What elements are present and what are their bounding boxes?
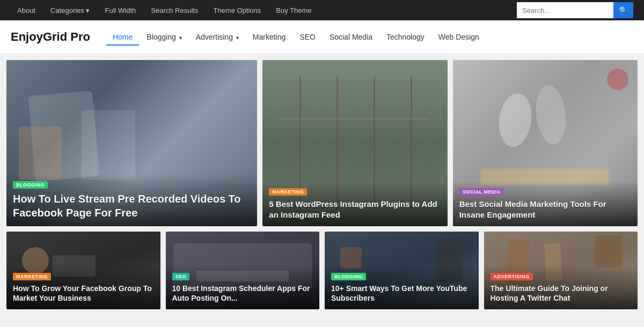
card-title-7: The Ultimate Guide To Joining or Hosting… <box>491 284 632 303</box>
article-card-5[interactable]: SEO 10 Best Instagram Scheduler Apps For… <box>166 232 320 309</box>
card-title-5: 10 Best Instagram Scheduler Apps For Aut… <box>172 284 313 303</box>
top-nav-themeoptions[interactable]: Theme Options <box>207 2 267 19</box>
card-overlay-4: MARKETING How To Grow Your Facebook Grou… <box>6 265 160 309</box>
article-card-7[interactable]: ADVERTISING The Ultimate Guide To Joinin… <box>484 232 638 309</box>
chevron-down-icon: ▾ <box>86 6 90 14</box>
main-navigation: EnjoyGrid Pro Home Blogging ▾ Advertisin… <box>0 20 644 54</box>
nav-marketing[interactable]: Marketing <box>246 28 292 46</box>
card-overlay-2: MARKETING 5 Best WordPress Instagram Plu… <box>262 181 447 226</box>
article-card-1[interactable]: BLOGGING How To Live Stream Pre Recorded… <box>6 60 257 226</box>
top-nav-links: About Categories ▾ Full Width Search Res… <box>11 2 517 19</box>
card-category-7: ADVERTISING <box>491 273 533 280</box>
article-card-2[interactable]: MARKETING 5 Best WordPress Instagram Plu… <box>262 60 447 226</box>
site-logo[interactable]: EnjoyGrid Pro <box>11 30 90 44</box>
card-category-1: BLOGGING <box>13 181 48 189</box>
card-title-3: Best Social Media Marketing Tools For In… <box>459 199 631 220</box>
top-nav-search-area: 🔍 <box>517 2 633 18</box>
card-overlay-5: SEO 10 Best Instagram Scheduler Apps For… <box>166 265 320 309</box>
nav-social-media[interactable]: Social Media <box>323 28 379 46</box>
card-title-1: How To Live Stream Pre Recorded Videos T… <box>13 192 251 220</box>
article-card-6[interactable]: BLOGGING 10+ Smart Ways To Get More YouT… <box>325 232 479 309</box>
top-nav-about[interactable]: About <box>11 2 42 19</box>
top-nav-searchresults[interactable]: Search Results <box>144 2 204 19</box>
card-overlay-3: SOCIAL MEDIA Best Social Media Marketing… <box>453 181 638 226</box>
bottom-row-grid: MARKETING How To Grow Your Facebook Grou… <box>6 232 638 309</box>
chevron-down-icon: ▾ <box>179 35 182 41</box>
card-overlay-7: ADVERTISING The Ultimate Guide To Joinin… <box>484 265 638 309</box>
article-card-4[interactable]: MARKETING How To Grow Your Facebook Grou… <box>6 232 160 309</box>
card-overlay-6: BLOGGING 10+ Smart Ways To Get More YouT… <box>325 265 479 309</box>
top-nav-fullwidth[interactable]: Full Width <box>98 2 142 19</box>
nav-web-design[interactable]: Web Design <box>432 28 486 46</box>
card-category-3: SOCIAL MEDIA <box>459 188 504 196</box>
nav-blogging[interactable]: Blogging ▾ <box>140 28 188 46</box>
card-title-4: How To Grow Your Facebook Group To Marke… <box>13 284 154 303</box>
card-title-2: 5 Best WordPress Instagram Plugins to Ad… <box>269 199 441 220</box>
top-row-grid: BLOGGING How To Live Stream Pre Recorded… <box>6 60 638 226</box>
card-category-4: MARKETING <box>13 273 51 280</box>
nav-seo[interactable]: SEO <box>293 28 322 46</box>
search-button[interactable]: 🔍 <box>613 2 633 18</box>
nav-advertising[interactable]: Advertising ▾ <box>189 28 245 46</box>
card-category-2: MARKETING <box>269 188 307 196</box>
top-navigation: About Categories ▾ Full Width Search Res… <box>0 0 644 20</box>
article-card-3[interactable]: SOCIAL MEDIA Best Social Media Marketing… <box>453 60 638 226</box>
top-nav-buytheme[interactable]: Buy Theme <box>269 2 318 19</box>
top-nav-categories[interactable]: Categories ▾ <box>44 2 97 19</box>
card-title-6: 10+ Smart Ways To Get More YouTube Subsc… <box>331 284 472 303</box>
nav-technology[interactable]: Technology <box>380 28 431 46</box>
card-overlay-1: BLOGGING How To Live Stream Pre Recorded… <box>6 174 257 226</box>
main-nav-links: Home Blogging ▾ Advertising ▾ Marketing … <box>106 28 486 46</box>
chevron-down-icon: ▾ <box>236 35 239 41</box>
search-input[interactable] <box>517 2 613 18</box>
content-area: BLOGGING How To Live Stream Pre Recorded… <box>0 54 644 316</box>
card-category-6: BLOGGING <box>331 273 366 280</box>
card-category-5: SEO <box>172 273 190 280</box>
nav-home[interactable]: Home <box>106 28 139 46</box>
